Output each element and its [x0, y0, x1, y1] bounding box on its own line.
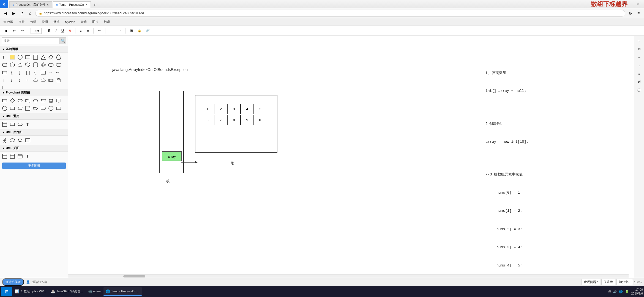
- shape-left-brace[interactable]: {: [9, 69, 16, 76]
- usecase-ellipse[interactable]: [17, 137, 24, 144]
- section-uml-class[interactable]: ▼ UML 关图: [0, 145, 68, 152]
- follow-button[interactable]: 关注我: [601, 279, 615, 285]
- usecase-rect[interactable]: [24, 137, 31, 144]
- scrollbar-thumb[interactable]: [123, 275, 145, 277]
- taskbar-item-2[interactable]: ☕ JavaSE [f:\级处理...: [49, 287, 85, 296]
- class-rect[interactable]: [1, 153, 8, 160]
- uml-t[interactable]: T: [24, 121, 31, 128]
- flowchart-doc[interactable]: [55, 97, 62, 104]
- shape-proc[interactable]: [47, 77, 54, 84]
- home-button[interactable]: ⌂: [27, 10, 34, 16]
- zoom-out-button[interactable]: −: [635, 53, 643, 61]
- flowchart-data[interactable]: [40, 97, 47, 104]
- cooperate-button[interactable]: 加分中...: [616, 279, 633, 285]
- flowchart-circle2[interactable]: [47, 105, 54, 112]
- class-t[interactable]: T: [24, 153, 31, 160]
- taskbar-item-4[interactable]: 🌐 Temp - ProcessOn ...: [103, 287, 142, 296]
- shape-text[interactable]: T: [1, 54, 8, 61]
- maximize-button[interactable]: □: [619, 0, 631, 8]
- shape-triangle[interactable]: [40, 54, 47, 61]
- taskbar-item-1[interactable]: 📊 7. 数组.pptx - WP...: [13, 287, 48, 296]
- new-tab-button[interactable]: +: [91, 1, 98, 8]
- shape-rounded-sq[interactable]: [32, 61, 39, 68]
- shape-sticky[interactable]: [9, 54, 16, 61]
- canvas[interactable]: java.lang.ArrayIndexOutOfBoundsException…: [68, 36, 634, 278]
- flowchart-db[interactable]: [47, 97, 54, 104]
- shape-bracket[interactable]: }: [17, 69, 24, 76]
- comment-button[interactable]: 💬: [635, 86, 643, 94]
- shape-4dir[interactable]: ✛: [24, 77, 31, 84]
- flowchart-note[interactable]: [24, 105, 31, 112]
- shape-star[interactable]: [17, 61, 24, 68]
- arrow-button[interactable]: →: [116, 27, 123, 34]
- cell-10[interactable]: 10: [254, 115, 267, 125]
- flowchart-process[interactable]: [1, 97, 8, 104]
- flowchart-manual[interactable]: [24, 97, 31, 104]
- link-button[interactable]: 🔗: [144, 27, 151, 34]
- flowchart-rect3[interactable]: [55, 105, 62, 112]
- flowchart-rounded[interactable]: [17, 97, 24, 104]
- cell-5[interactable]: 5: [254, 104, 267, 114]
- flowchart-circle[interactable]: [1, 105, 8, 112]
- more-shapes-button[interactable]: 更多图形: [2, 163, 66, 169]
- cell-4[interactable]: 4: [241, 104, 254, 114]
- bold-button[interactable]: B: [46, 28, 53, 34]
- tab-temp[interactable]: e Temp - ProcessOn ×: [53, 1, 91, 8]
- shape-up-arrow[interactable]: ↑: [1, 77, 8, 84]
- export-button[interactable]: ↑: [635, 62, 643, 69]
- shape-stadium[interactable]: [55, 61, 62, 68]
- shape-rounded-rect[interactable]: [1, 61, 8, 68]
- uml-rounded[interactable]: [17, 121, 24, 128]
- history-button[interactable]: ↺: [635, 78, 643, 86]
- group-button[interactable]: ⊞: [128, 27, 135, 34]
- browser-tool-music[interactable]: 音乐: [80, 19, 88, 24]
- minimize-button[interactable]: ─: [606, 0, 619, 8]
- usecase-oval[interactable]: [9, 137, 16, 144]
- shape-rounded-rect2[interactable]: [1, 69, 8, 76]
- browser-tool-file[interactable]: 文件: [18, 19, 26, 24]
- underline-button[interactable]: U: [59, 28, 66, 34]
- properties-button[interactable]: ≡: [635, 70, 643, 78]
- font-size-input[interactable]: [31, 28, 42, 34]
- shape-pentagon[interactable]: [55, 54, 62, 61]
- cell-3[interactable]: 3: [227, 104, 241, 114]
- flowchart-prep[interactable]: [32, 97, 39, 104]
- cell-2[interactable]: 2: [214, 104, 227, 114]
- zoom-fit-button[interactable]: ⊡: [635, 45, 643, 53]
- flowchart-parallelogram[interactable]: [17, 105, 24, 112]
- back-button[interactable]: ◀: [2, 10, 9, 16]
- section-uml[interactable]: ▼ UML 通用: [0, 113, 68, 120]
- align-button[interactable]: ≡: [78, 28, 83, 34]
- shape-left-brace2[interactable]: {: [32, 69, 39, 76]
- shape-square[interactable]: [32, 54, 39, 61]
- class-rect2[interactable]: [9, 153, 16, 160]
- array-ref-label[interactable]: array: [162, 151, 182, 161]
- browser-tool-collect[interactable]: ☆ 收藏: [2, 19, 14, 24]
- shape-cross[interactable]: [40, 61, 47, 68]
- undo-button[interactable]: ↩: [10, 27, 18, 34]
- shape-shield[interactable]: [24, 61, 31, 68]
- section-uml-usecase[interactable]: ▼ UML 用例图: [0, 129, 68, 136]
- tab-close-1[interactable]: ×: [47, 3, 49, 6]
- taskbar-item-3[interactable]: 📹 ocam: [86, 287, 103, 296]
- zoom-in-button[interactable]: +: [635, 37, 643, 45]
- settings-button[interactable]: ⚙: [627, 10, 634, 16]
- browser-tool-translate[interactable]: 翻译: [103, 19, 111, 24]
- horizontal-scrollbar[interactable]: [68, 274, 629, 278]
- tab-close-2[interactable]: ×: [86, 3, 87, 6]
- shape-lrarrow2[interactable]: ⇔: [55, 69, 62, 76]
- line-button[interactable]: —: [108, 27, 115, 34]
- cell-7[interactable]: 7: [214, 115, 227, 125]
- forward-button[interactable]: ▶: [10, 10, 17, 16]
- cell-6[interactable]: 6: [201, 115, 214, 125]
- shape-cloud2[interactable]: [40, 77, 47, 84]
- shape-ellipse[interactable]: [47, 61, 54, 68]
- shape-lr-arrow[interactable]: ↔: [47, 69, 54, 76]
- uml-diamond[interactable]: [9, 121, 16, 128]
- cell-1[interactable]: 1: [201, 104, 214, 114]
- refresh-button[interactable]: ↺: [19, 10, 25, 16]
- flowchart-rect2[interactable]: [9, 105, 16, 112]
- shape-rect-label[interactable]: [40, 69, 47, 76]
- shape-circle[interactable]: [17, 54, 24, 61]
- diagram-canvas[interactable]: java.lang.ArrayIndexOutOfBoundsException…: [68, 36, 634, 278]
